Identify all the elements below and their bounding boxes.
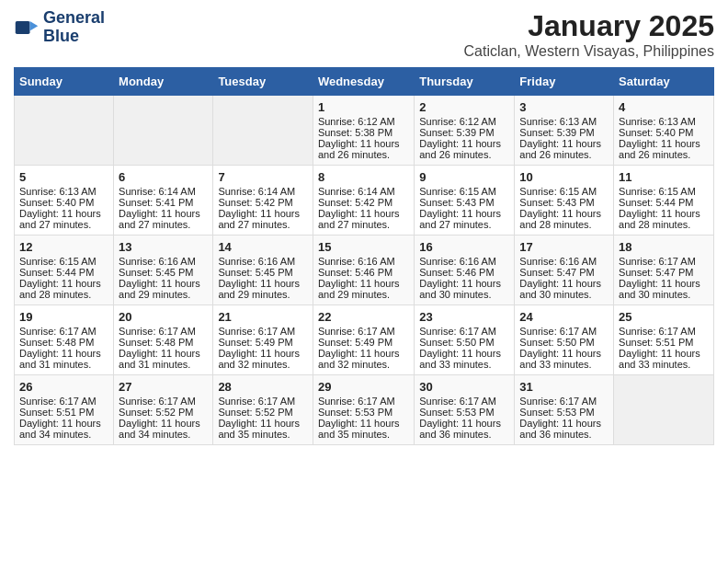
weekday-header: Saturday xyxy=(614,68,714,96)
sunrise-text: Sunrise: 6:17 AM xyxy=(318,396,409,407)
sunset-text: Sunset: 5:48 PM xyxy=(119,337,208,348)
sunrise-text: Sunrise: 6:16 AM xyxy=(318,256,409,267)
sunrise-text: Sunrise: 6:17 AM xyxy=(318,326,409,337)
calendar-cell xyxy=(213,96,313,166)
svg-rect-0 xyxy=(16,21,30,34)
sunset-text: Sunset: 5:39 PM xyxy=(419,127,509,138)
calendar-cell: 22Sunrise: 6:17 AMSunset: 5:49 PMDayligh… xyxy=(313,305,414,375)
calendar-cell: 5Sunrise: 6:13 AMSunset: 5:40 PMDaylight… xyxy=(15,166,114,236)
calendar-cell: 2Sunrise: 6:12 AMSunset: 5:39 PMDaylight… xyxy=(415,96,515,166)
weekday-header: Friday xyxy=(515,68,614,96)
daylight-text: Daylight: 11 hours and 28 minutes. xyxy=(619,208,709,230)
daylight-text: Daylight: 11 hours and 35 minutes. xyxy=(318,418,409,440)
weekday-header: Wednesday xyxy=(313,68,414,96)
daylight-text: Daylight: 11 hours and 26 minutes. xyxy=(419,138,509,160)
weekday-header: Monday xyxy=(114,68,213,96)
daylight-text: Daylight: 11 hours and 28 minutes. xyxy=(519,208,609,230)
calendar-cell: 4Sunrise: 6:13 AMSunset: 5:40 PMDaylight… xyxy=(614,96,714,166)
calendar-cell: 6Sunrise: 6:14 AMSunset: 5:41 PMDaylight… xyxy=(114,166,213,236)
sunrise-text: Sunrise: 6:15 AM xyxy=(519,186,609,197)
calendar-cell: 15Sunrise: 6:16 AMSunset: 5:46 PMDayligh… xyxy=(313,236,414,305)
day-number: 4 xyxy=(619,100,709,114)
sunrise-text: Sunrise: 6:17 AM xyxy=(619,256,709,267)
day-number: 9 xyxy=(419,170,509,184)
sunrise-text: Sunrise: 6:17 AM xyxy=(119,396,208,407)
sunrise-text: Sunrise: 6:16 AM xyxy=(519,256,609,267)
day-number: 8 xyxy=(318,170,409,184)
day-number: 22 xyxy=(318,310,409,324)
daylight-text: Daylight: 11 hours and 35 minutes. xyxy=(218,418,308,440)
calendar-cell: 7Sunrise: 6:14 AMSunset: 5:42 PMDaylight… xyxy=(213,166,313,236)
calendar-week-row: 19Sunrise: 6:17 AMSunset: 5:48 PMDayligh… xyxy=(15,305,714,375)
logo-text: General Blue xyxy=(43,9,105,46)
day-number: 16 xyxy=(419,240,509,254)
calendar-cell: 10Sunrise: 6:15 AMSunset: 5:43 PMDayligh… xyxy=(515,166,614,236)
page-subtitle: Caticlan, Western Visayas, Philippines xyxy=(464,43,714,60)
sunset-text: Sunset: 5:53 PM xyxy=(318,407,409,418)
day-number: 14 xyxy=(218,240,308,254)
daylight-text: Daylight: 11 hours and 31 minutes. xyxy=(19,348,108,370)
sunrise-text: Sunrise: 6:17 AM xyxy=(519,396,609,407)
daylight-text: Daylight: 11 hours and 34 minutes. xyxy=(19,418,108,440)
sunrise-text: Sunrise: 6:14 AM xyxy=(318,186,409,197)
title-block: January 2025 Caticlan, Western Visayas, … xyxy=(464,9,714,60)
sunrise-text: Sunrise: 6:17 AM xyxy=(419,396,509,407)
svg-marker-1 xyxy=(30,21,39,31)
calendar-cell: 18Sunrise: 6:17 AMSunset: 5:47 PMDayligh… xyxy=(614,236,714,305)
sunrise-text: Sunrise: 6:13 AM xyxy=(619,116,709,127)
daylight-text: Daylight: 11 hours and 30 minutes. xyxy=(519,278,609,300)
sunset-text: Sunset: 5:38 PM xyxy=(318,127,409,138)
sunset-text: Sunset: 5:49 PM xyxy=(218,337,308,348)
calendar-cell: 17Sunrise: 6:16 AMSunset: 5:47 PMDayligh… xyxy=(515,236,614,305)
day-number: 7 xyxy=(218,170,308,184)
calendar-cell: 11Sunrise: 6:15 AMSunset: 5:44 PMDayligh… xyxy=(614,166,714,236)
weekday-header: Thursday xyxy=(415,68,515,96)
day-number: 20 xyxy=(119,310,208,324)
sunrise-text: Sunrise: 6:12 AM xyxy=(419,116,509,127)
daylight-text: Daylight: 11 hours and 27 minutes. xyxy=(218,208,308,230)
sunset-text: Sunset: 5:50 PM xyxy=(419,337,509,348)
sunset-text: Sunset: 5:40 PM xyxy=(19,197,108,208)
sunset-text: Sunset: 5:52 PM xyxy=(218,407,308,418)
sunrise-text: Sunrise: 6:16 AM xyxy=(119,256,208,267)
sunrise-text: Sunrise: 6:16 AM xyxy=(218,256,308,267)
daylight-text: Daylight: 11 hours and 32 minutes. xyxy=(318,348,409,370)
sunset-text: Sunset: 5:47 PM xyxy=(519,267,609,278)
day-number: 18 xyxy=(619,240,709,254)
calendar-cell: 9Sunrise: 6:15 AMSunset: 5:43 PMDaylight… xyxy=(415,166,515,236)
sunset-text: Sunset: 5:47 PM xyxy=(619,267,709,278)
page-header: General Blue January 2025 Caticlan, West… xyxy=(14,9,714,60)
sunset-text: Sunset: 5:45 PM xyxy=(119,267,208,278)
daylight-text: Daylight: 11 hours and 34 minutes. xyxy=(119,418,208,440)
daylight-text: Daylight: 11 hours and 31 minutes. xyxy=(119,348,208,370)
daylight-text: Daylight: 11 hours and 26 minutes. xyxy=(318,138,409,160)
sunrise-text: Sunrise: 6:12 AM xyxy=(318,116,409,127)
sunset-text: Sunset: 5:53 PM xyxy=(419,407,509,418)
calendar-cell: 3Sunrise: 6:13 AMSunset: 5:39 PMDaylight… xyxy=(515,96,614,166)
sunset-text: Sunset: 5:50 PM xyxy=(519,337,609,348)
sunrise-text: Sunrise: 6:17 AM xyxy=(19,396,108,407)
day-number: 10 xyxy=(519,170,609,184)
day-number: 31 xyxy=(519,380,609,394)
daylight-text: Daylight: 11 hours and 33 minutes. xyxy=(519,348,609,370)
day-number: 3 xyxy=(519,100,609,114)
day-number: 2 xyxy=(419,100,509,114)
sunset-text: Sunset: 5:41 PM xyxy=(119,197,208,208)
calendar-cell: 16Sunrise: 6:16 AMSunset: 5:46 PMDayligh… xyxy=(415,236,515,305)
sunset-text: Sunset: 5:53 PM xyxy=(519,407,609,418)
sunrise-text: Sunrise: 6:17 AM xyxy=(419,326,509,337)
sunset-text: Sunset: 5:46 PM xyxy=(318,267,409,278)
daylight-text: Daylight: 11 hours and 32 minutes. xyxy=(218,348,308,370)
day-number: 23 xyxy=(419,310,509,324)
sunset-text: Sunset: 5:42 PM xyxy=(318,197,409,208)
sunset-text: Sunset: 5:43 PM xyxy=(519,197,609,208)
calendar-cell: 14Sunrise: 6:16 AMSunset: 5:45 PMDayligh… xyxy=(213,236,313,305)
day-number: 11 xyxy=(619,170,709,184)
sunrise-text: Sunrise: 6:15 AM xyxy=(419,186,509,197)
sunset-text: Sunset: 5:45 PM xyxy=(218,267,308,278)
sunset-text: Sunset: 5:52 PM xyxy=(119,407,208,418)
daylight-text: Daylight: 11 hours and 30 minutes. xyxy=(619,278,709,300)
day-number: 12 xyxy=(19,240,108,254)
sunset-text: Sunset: 5:51 PM xyxy=(619,337,709,348)
sunrise-text: Sunrise: 6:17 AM xyxy=(519,326,609,337)
